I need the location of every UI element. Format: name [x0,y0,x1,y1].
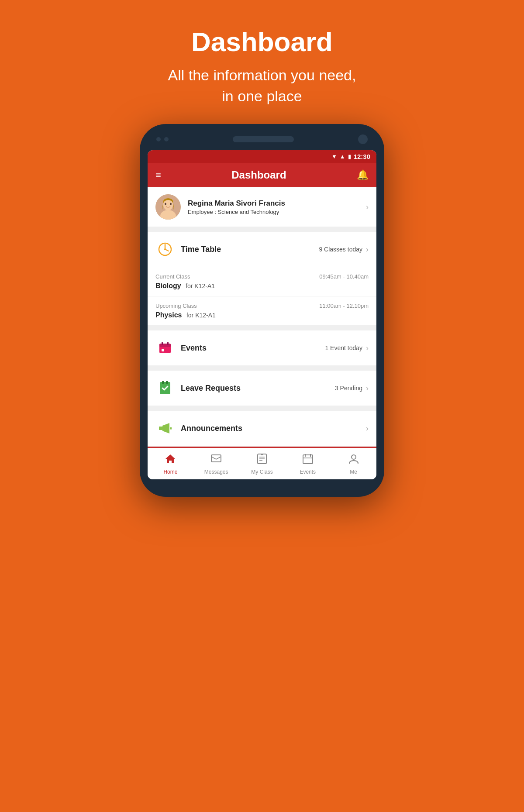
svg-rect-16 [166,381,168,384]
nav-item-me[interactable]: Me [336,453,371,475]
svg-rect-17 [159,427,162,430]
profile-card[interactable]: Regina Maria Sivori Francis Employee : S… [148,187,376,227]
bell-icon[interactable]: 🔔 [357,169,369,181]
upcoming-class-time: 11:00am - 12.10pm [319,303,369,309]
content-area: Regina Maria Sivori Francis Employee : S… [148,187,376,446]
svg-rect-15 [162,381,164,384]
leave-requests-title: Leave Requests [181,384,335,393]
current-class-item[interactable]: Current Class 09:45am - 10.40am Biology … [148,267,376,296]
upcoming-class-item[interactable]: Upcoming Class 11:00am - 12.10pm Physics… [148,296,376,325]
wifi-icon: ▼ [331,153,337,160]
sensor-dot-2 [164,137,169,141]
svg-line-23 [216,457,221,459]
svg-marker-18 [162,423,169,434]
nav-label-me: Me [350,469,357,475]
svg-point-4 [170,203,172,205]
svg-point-32 [352,455,356,459]
leave-requests-header[interactable]: Leave Requests 3 Pending › [148,371,376,406]
announcements-chevron: › [366,424,369,433]
nav-item-myclass[interactable]: My Class [245,453,279,475]
status-icons: ▼ ▲ ▮ 12:30 [331,153,370,160]
spacer-1 [148,227,376,232]
events-title: Events [181,344,325,353]
events-nav-icon [302,453,314,467]
events-chevron: › [366,344,369,353]
timetable-title: Time Table [181,245,319,254]
announce-icon [155,419,175,438]
battery-icon: ▮ [348,153,351,160]
phone-sensors [156,137,169,141]
current-class-label: Current Class [155,273,190,280]
nav-item-home[interactable]: Home [153,453,188,475]
profile-name: Regina Maria Sivori Francis [188,199,366,208]
phone-speaker [233,136,294,142]
svg-rect-19 [170,427,172,430]
svg-line-22 [211,457,216,459]
profile-chevron: › [366,203,369,212]
profile-role: Employee : Science and Technology [188,209,366,215]
profile-info: Regina Maria Sivori Francis Employee : S… [188,199,366,215]
menu-icon[interactable]: ≡ [155,169,161,181]
svg-rect-12 [167,342,169,345]
app-bar: ≡ Dashboard 🔔 [148,163,376,187]
announcements-card: Announcements › [148,411,376,446]
page-subtitle: All the information you need,in one plac… [168,65,356,107]
leave-requests-badge: 3 Pending [335,385,362,392]
sensor-dot-1 [156,137,161,141]
current-class-group: for K12-A1 [186,282,215,289]
upcoming-class-group: for K12-A1 [186,312,216,319]
phone-top-bar [148,134,376,150]
current-class-subject: Biology [155,282,181,289]
upcoming-class-subject: Physics [155,311,182,319]
nav-label-home: Home [163,469,177,475]
svg-line-8 [165,249,169,251]
front-camera [358,134,368,144]
leave-requests-chevron: › [366,384,369,393]
nav-item-messages[interactable]: Messages [199,453,234,475]
current-class-time: 09:45am - 10.40am [319,273,369,280]
events-badge: 1 Event today [325,344,362,351]
avatar [155,194,181,220]
phone-shell: ▼ ▲ ▮ 12:30 ≡ Dashboard 🔔 [140,124,384,497]
svg-point-3 [165,203,166,205]
events-header[interactable]: Events 1 Event today › [148,330,376,365]
svg-rect-28 [303,455,313,464]
nav-label-events: Events [300,469,316,475]
svg-rect-21 [211,455,221,462]
page-header: Dashboard All the information you need,i… [159,0,365,124]
timetable-header[interactable]: Time Table 9 Classes today › [148,232,376,267]
phone-screen: ▼ ▲ ▮ 12:30 ≡ Dashboard 🔔 [148,150,376,479]
svg-rect-11 [162,342,163,345]
status-bar: ▼ ▲ ▮ 12:30 [148,150,376,163]
leave-icon [155,378,175,398]
spacer-3 [148,366,376,371]
nav-label-messages: Messages [204,469,228,475]
page-main-title: Dashboard [168,26,356,57]
timetable-chevron: › [366,245,369,254]
timetable-badge: 9 Classes today [319,246,362,253]
status-time: 12:30 [354,153,370,160]
phone-bottom-bar [148,479,376,486]
leave-requests-card: Leave Requests 3 Pending › [148,371,376,406]
app-bar-title: Dashboard [231,169,286,181]
myclass-icon [256,453,268,467]
spacer-2 [148,326,376,330]
svg-rect-10 [159,344,171,347]
timetable-card: Time Table 9 Classes today › Current Cla… [148,232,376,325]
spacer-4 [148,406,376,411]
events-icon [155,338,175,358]
events-card: Events 1 Event today › [148,330,376,365]
timetable-icon [155,240,175,259]
announcements-title: Announcements [181,424,362,433]
bottom-nav: Home Messages [148,447,376,479]
nav-item-events[interactable]: Events [290,453,325,475]
announcements-header[interactable]: Announcements › [148,411,376,446]
messages-icon [210,453,222,467]
home-icon [165,453,176,467]
nav-label-myclass: My Class [251,469,272,475]
svg-marker-20 [165,454,175,463]
signal-icon: ▲ [340,153,345,160]
me-icon [348,453,359,467]
svg-rect-13 [162,349,164,351]
upcoming-class-label: Upcoming Class [155,303,197,309]
